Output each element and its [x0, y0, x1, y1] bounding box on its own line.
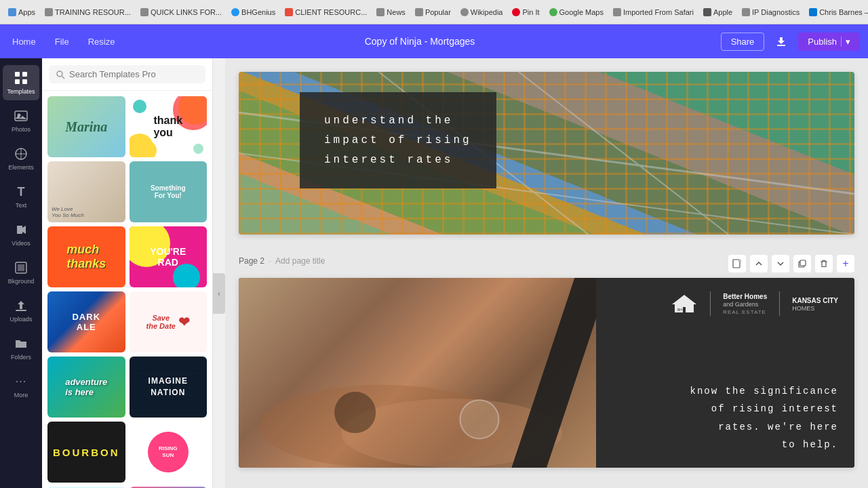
- templates-grid: Marina thankyou We LoveYou So Much Somet…: [42, 91, 212, 488]
- apple-bookmark[interactable]: Apple: [701, 7, 735, 18]
- page1-text-box[interactable]: understand the impact of rising interest…: [300, 92, 496, 188]
- page-delete-btn[interactable]: [815, 255, 833, 272]
- template-card-youre-rad[interactable]: YOU'RERAD: [130, 226, 208, 287]
- toolbar-center: Copy of Ninja - Mortgages: [127, 36, 712, 47]
- svg-rect-20: [800, 260, 806, 266]
- sidebar-item-more[interactable]: ··· More: [3, 369, 39, 404]
- home-nav[interactable]: Home: [8, 34, 40, 49]
- svg-point-23: [334, 392, 376, 433]
- sidebar-item-text[interactable]: T Text: [3, 179, 39, 214]
- rising-sun-circle: RISINGSUN: [148, 432, 189, 472]
- sidebar-item-photos[interactable]: Photos: [3, 103, 39, 138]
- popular-bookmark[interactable]: Popular: [412, 7, 454, 18]
- share-button[interactable]: Share: [721, 33, 765, 51]
- page1-line3: interest rates: [324, 150, 472, 170]
- client-label: CLIENT RESOURC...: [295, 8, 367, 16]
- template-card-save-date[interactable]: Savethe Date ❤: [130, 291, 208, 352]
- search-input[interactable]: [69, 69, 199, 79]
- page-duplicate-btn[interactable]: [793, 255, 811, 272]
- bkground-label: Bkground: [8, 278, 35, 285]
- imported-label: Imported From Safari: [623, 8, 694, 16]
- page2-body-text: know the significance of rising interest…: [690, 382, 838, 454]
- apps-bookmark[interactable]: Apps: [5, 7, 38, 18]
- page2-photo: [239, 278, 596, 468]
- page2-add-title[interactable]: Add page title: [275, 256, 325, 266]
- apps-label: Apps: [18, 8, 35, 16]
- template-card-much-thanks[interactable]: muchthanks: [47, 226, 125, 287]
- template-card-rising-sun[interactable]: RISINGSUN: [130, 422, 208, 483]
- page-add-btn[interactable]: +: [837, 255, 854, 272]
- svg-marker-26: [672, 295, 696, 312]
- news-bookmark[interactable]: News: [374, 7, 408, 18]
- canvas-page-1[interactable]: understand the impact of rising interest…: [239, 72, 854, 235]
- client-bookmark[interactable]: CLIENT RESOURC...: [282, 7, 370, 18]
- page1-line1: understand the: [324, 111, 472, 131]
- better-homes-logo: BH Better Homes and Gardens REAL ESTATE …: [671, 291, 838, 316]
- template-card-adventure[interactable]: adventureis here: [47, 357, 125, 418]
- pinit-bookmark[interactable]: Pin It: [509, 7, 542, 18]
- handshake-background: [239, 278, 596, 468]
- photo-text: We LoveYou So Much: [52, 206, 84, 218]
- panel-collapse-handle[interactable]: ‹: [213, 273, 225, 314]
- page2-text-panel: BH Better Homes and Gardens REAL ESTATE …: [596, 278, 854, 468]
- template-card-something[interactable]: SomethingFor You!: [130, 161, 208, 222]
- template-card-bourbon[interactable]: BOURBON: [47, 422, 125, 483]
- sidebar-item-uploads[interactable]: Uploads: [3, 293, 39, 328]
- maps-bookmark[interactable]: Google Maps: [547, 7, 606, 18]
- resize-nav[interactable]: Resize: [84, 34, 119, 49]
- trash-icon: [820, 260, 828, 268]
- pinit-icon: [512, 8, 520, 16]
- sidebar-item-videos[interactable]: Videos: [3, 217, 39, 252]
- uploads-label: Uploads: [9, 316, 32, 323]
- imported-icon: [613, 8, 621, 16]
- chris-bookmark[interactable]: Chris Barnes – Outl...: [806, 7, 868, 18]
- toolbar-right: Share Publish ▾: [721, 31, 860, 52]
- publish-button[interactable]: Publish ▾: [798, 33, 860, 51]
- elements-label: Elements: [8, 164, 34, 171]
- logo-divider2: [779, 291, 780, 316]
- imported-bookmark[interactable]: Imported From Safari: [610, 7, 696, 18]
- template-card-marina[interactable]: Marina: [47, 96, 125, 157]
- svg-rect-18: [738, 260, 741, 262]
- bhgenius-bookmark[interactable]: BHGenius: [229, 7, 278, 18]
- page-note-btn[interactable]: [728, 255, 746, 272]
- page-up-btn[interactable]: [750, 255, 768, 272]
- aerial-photo-bg: understand the impact of rising interest…: [239, 72, 854, 235]
- sidebar-item-templates[interactable]: Templates: [3, 65, 39, 100]
- training-bookmark[interactable]: TRAINING RESOUR...: [42, 7, 134, 18]
- sidebar-item-folders[interactable]: Folders: [3, 331, 39, 366]
- city-name: KANSAS CITY: [792, 296, 838, 305]
- background-icon: [14, 260, 28, 275]
- doc-title[interactable]: Copy of Ninja - Mortgages: [365, 36, 475, 47]
- left-sidebar: Templates Photos Elements T: [0, 58, 42, 488]
- videos-icon: [14, 222, 28, 237]
- canvas-page-2[interactable]: BH Better Homes and Gardens REAL ESTATE …: [239, 278, 854, 468]
- canvas-area[interactable]: understand the impact of rising interest…: [225, 58, 868, 488]
- svg-rect-4: [15, 111, 27, 121]
- bhgenius-icon: [231, 8, 239, 16]
- template-card-imagine[interactable]: IMAGINENATION: [130, 357, 208, 418]
- download-button[interactable]: [771, 31, 791, 52]
- training-label: TRAINING RESOUR...: [55, 8, 131, 16]
- svg-rect-2: [15, 79, 20, 84]
- more-label: More: [14, 392, 28, 399]
- save-date-heart: ❤: [178, 314, 190, 330]
- better-homes-name: Better Homes: [723, 292, 767, 301]
- company-tag: REAL ESTATE: [723, 309, 767, 315]
- maps-icon: [549, 8, 557, 16]
- sidebar-item-elements[interactable]: Elements: [3, 141, 39, 176]
- quicklinks-label: QUICK LINKS FOR...: [151, 8, 222, 16]
- svg-point-10: [57, 71, 62, 77]
- ip-bookmark[interactable]: IP Diagnostics: [739, 7, 802, 18]
- page-down-btn[interactable]: [772, 255, 789, 272]
- template-card-thankyou[interactable]: thankyou: [130, 96, 208, 157]
- apps-icon: [8, 8, 16, 16]
- wikipedia-bookmark[interactable]: Wikipedia: [458, 7, 506, 18]
- bourbon-text: BOURBON: [53, 447, 120, 458]
- sidebar-item-bkground[interactable]: Bkground: [3, 255, 39, 290]
- file-nav[interactable]: File: [51, 34, 73, 49]
- template-card-photo[interactable]: We LoveYou So Much: [47, 161, 125, 222]
- template-card-dark-ale[interactable]: DARKALE: [47, 291, 125, 352]
- publish-caret[interactable]: ▾: [841, 37, 850, 47]
- quicklinks-bookmark[interactable]: QUICK LINKS FOR...: [138, 7, 224, 18]
